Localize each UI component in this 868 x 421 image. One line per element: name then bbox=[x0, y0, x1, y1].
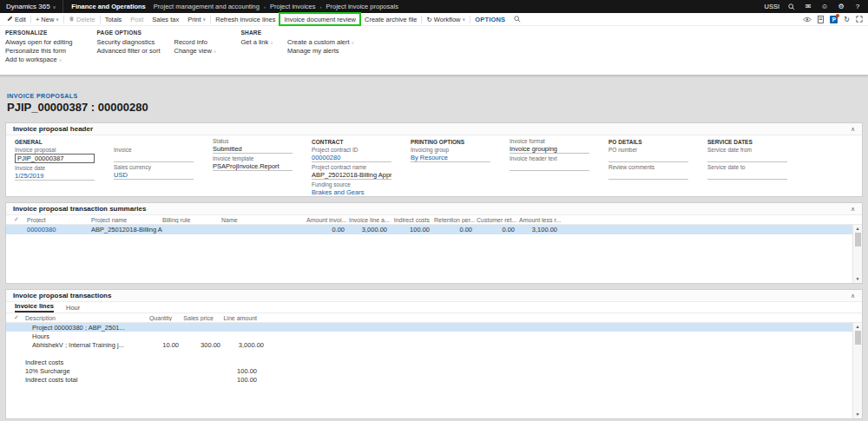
smiley-feedback-icon[interactable]: ☺ bbox=[820, 3, 829, 10]
column-header-description[interactable]: Description bbox=[25, 315, 140, 321]
manage-my-alerts-item[interactable]: Manage my alerts bbox=[287, 47, 354, 56]
section-title: Invoice proposal transactions bbox=[13, 292, 111, 299]
invoice-header-text-value[interactable] bbox=[510, 162, 589, 171]
service-date-to-value[interactable] bbox=[707, 171, 787, 180]
status-value[interactable]: Submitted bbox=[213, 145, 293, 154]
search-icon[interactable] bbox=[787, 3, 796, 10]
options-tab[interactable]: OPTIONS bbox=[470, 13, 510, 25]
workflow-button[interactable]: ↻ Workflow ∨ bbox=[422, 13, 470, 25]
power-apps-icon[interactable]: P bbox=[830, 16, 838, 23]
column-header-sales-price[interactable]: Sales price bbox=[176, 315, 218, 321]
create-archive-file-button[interactable]: Create archive file bbox=[360, 13, 421, 25]
invoicing-group-value[interactable]: By Resource bbox=[411, 154, 490, 162]
add-to-workspace-item[interactable]: Add to workspace ∨ bbox=[5, 56, 73, 64]
invoice-proposal-input[interactable] bbox=[15, 154, 95, 163]
company-label[interactable]: USSI bbox=[764, 3, 779, 10]
product-name[interactable]: Finance and Operations bbox=[71, 3, 145, 10]
column-header-amount-less-retention[interactable]: Amount less r... bbox=[519, 217, 562, 223]
column-header-project[interactable]: Project bbox=[27, 217, 91, 223]
personalize-this-form-item[interactable]: Personalize this form bbox=[5, 47, 73, 56]
review-comments-value[interactable] bbox=[608, 171, 688, 180]
eye-icon[interactable] bbox=[803, 16, 812, 23]
transactions-table-row[interactable]: Indirect costs total 100.00 bbox=[6, 375, 862, 384]
scrollbar[interactable]: ▲ ▼ bbox=[852, 225, 862, 283]
group-spacer bbox=[114, 138, 213, 147]
scrollbar-thumb[interactable] bbox=[855, 233, 861, 247]
transactions-table-row[interactable]: 10% Surcharge 100.00 bbox=[6, 366, 862, 375]
sales-currency-value[interactable]: USD bbox=[114, 171, 194, 180]
collapse-chevron-icon[interactable]: ∧ bbox=[851, 206, 855, 213]
transactions-table-row[interactable] bbox=[6, 349, 862, 358]
scrollbar-thumb[interactable] bbox=[855, 331, 861, 345]
security-diagnostics-item[interactable]: Security diagnostics bbox=[97, 38, 161, 47]
invoice-date-value[interactable]: 1/25/2019 bbox=[15, 172, 95, 181]
po-number-value[interactable] bbox=[608, 154, 688, 162]
attachments-document-icon[interactable] bbox=[818, 16, 824, 23]
refresh-invoice-lines-button[interactable]: Refresh invoice lines bbox=[211, 13, 279, 25]
tab-hour[interactable]: Hour bbox=[66, 304, 80, 312]
post-button[interactable]: Post bbox=[126, 13, 148, 25]
column-header-name[interactable]: Name bbox=[221, 217, 306, 223]
scrollbar[interactable]: ▲ ▼ bbox=[852, 323, 862, 418]
new-button[interactable]: + New ∨ bbox=[31, 13, 63, 25]
sales-tax-button[interactable]: Sales tax bbox=[148, 13, 183, 25]
invoice-format-value[interactable]: Invoice grouping bbox=[510, 145, 589, 154]
project-link[interactable]: 00000380 bbox=[27, 226, 91, 234]
column-header-amount-invoiced[interactable]: Amount invoi... bbox=[306, 217, 349, 223]
refresh-icon[interactable]: ↻ bbox=[844, 16, 850, 23]
column-header-line-amount[interactable]: Line amount bbox=[218, 315, 261, 321]
column-header-customer-retention[interactable]: Customer ret... bbox=[477, 217, 519, 223]
change-view-item[interactable]: Change view ∨ bbox=[174, 47, 217, 56]
transactions-table-row[interactable]: Hours bbox=[6, 332, 862, 340]
project-contract-name-value[interactable]: ABP_25012018-Billing Approv... bbox=[312, 171, 391, 180]
column-header-project-name[interactable]: Project name bbox=[91, 217, 162, 223]
totals-button[interactable]: Totals bbox=[101, 13, 127, 25]
advanced-filter-or-sort-item[interactable]: Advanced filter or sort bbox=[97, 47, 161, 56]
action-search-icon[interactable] bbox=[510, 13, 525, 25]
scroll-down-icon[interactable]: ▼ bbox=[856, 277, 860, 281]
breadcrumb-item[interactable]: Project invoices bbox=[270, 3, 316, 10]
invoice-template-value[interactable]: PSAProjInvoice.Report bbox=[213, 162, 293, 171]
column-header-retention[interactable]: Retention per... bbox=[434, 217, 477, 223]
invoice-document-review-button[interactable]: Invoice document review bbox=[279, 13, 360, 25]
record-info-item[interactable]: Record info bbox=[174, 38, 217, 47]
tab-invoice-lines[interactable]: Invoice lines bbox=[15, 302, 54, 312]
scroll-up-icon[interactable]: ▲ bbox=[856, 227, 860, 231]
print-button[interactable]: Print ∨ bbox=[183, 13, 210, 25]
expand-icon[interactable] bbox=[856, 16, 863, 23]
service-date-from-value[interactable] bbox=[707, 154, 787, 162]
delete-button[interactable]: Delete bbox=[64, 13, 100, 25]
breadcrumb-separator-icon: › bbox=[320, 4, 322, 10]
column-header-indirect-costs[interactable]: Indirect costs bbox=[391, 217, 434, 223]
field-label: Invoice template bbox=[213, 155, 293, 162]
feedback-envelope-icon[interactable]: ✉ bbox=[804, 3, 812, 10]
section-header-transactions[interactable]: Invoice proposal transactions ∧ bbox=[6, 290, 862, 302]
select-all-checkbox[interactable]: ✓ bbox=[6, 216, 27, 223]
breadcrumb-item[interactable]: Project invoice proposals bbox=[326, 3, 398, 10]
column-header-invoice-line-amount[interactable]: Invoice line a... bbox=[349, 217, 391, 223]
section-header-invoice-proposal-header[interactable]: Invoice proposal header ∧ bbox=[6, 123, 862, 135]
summaries-table-row[interactable]: 00000380 ABP_25012018-Billing Approv... … bbox=[6, 225, 862, 234]
app-switcher[interactable]: Dynamics 365 ∨ bbox=[6, 0, 63, 13]
invoice-value[interactable] bbox=[114, 154, 194, 162]
collapse-chevron-icon[interactable]: ∧ bbox=[851, 293, 855, 299]
column-header-quantity[interactable]: Quantity bbox=[140, 315, 176, 321]
funding-source-value[interactable]: Brakes and Gears bbox=[312, 188, 391, 197]
help-icon[interactable]: ? bbox=[853, 3, 862, 10]
section-header-transaction-summaries[interactable]: Invoice proposal transaction summaries ∧ bbox=[6, 203, 862, 215]
transactions-table-row[interactable]: Indirect costs bbox=[6, 358, 862, 366]
get-a-link-item[interactable]: Get a link ∨ bbox=[241, 38, 273, 47]
edit-button[interactable]: Edit bbox=[3, 13, 30, 25]
transactions-table-row[interactable]: Project 00000380 ; ABP_2501... bbox=[6, 323, 862, 332]
project-contract-id-value[interactable]: 00000280 bbox=[312, 154, 391, 162]
collapse-chevron-icon[interactable]: ∧ bbox=[851, 126, 855, 133]
scroll-up-icon[interactable]: ▲ bbox=[856, 325, 860, 329]
settings-gear-icon[interactable]: ⚙ bbox=[837, 3, 845, 10]
create-a-custom-alert-item[interactable]: Create a custom alert ∨ bbox=[287, 38, 354, 47]
select-all-checkbox[interactable]: ✓ bbox=[6, 314, 25, 321]
scroll-down-icon[interactable]: ▼ bbox=[856, 412, 860, 417]
transactions-table-row[interactable]: AbhishekV ; Internal Training j... 10.00… bbox=[6, 340, 862, 349]
column-header-billing-rule[interactable]: Billing rule bbox=[162, 217, 221, 223]
breadcrumb-item[interactable]: Project management and accounting bbox=[154, 3, 260, 10]
always-open-for-editing-item[interactable]: Always open for editing bbox=[5, 38, 73, 47]
